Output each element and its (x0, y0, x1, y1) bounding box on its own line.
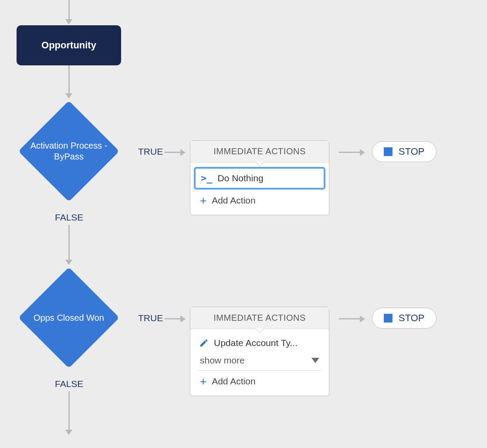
stop-icon (384, 147, 392, 156)
arrowhead-down-icon (65, 260, 72, 265)
arrowhead-right-icon (360, 149, 365, 156)
apex-icon: >_ (201, 173, 213, 183)
connector-arrow (68, 225, 70, 260)
object-node-label: Opportunity (41, 40, 96, 51)
actions-header: IMMEDIATE ACTIONS (190, 141, 329, 163)
actions-panel: IMMEDIATE ACTIONS Update Account Ty... s… (190, 307, 329, 396)
pencil-icon (199, 338, 209, 348)
decision-node-opps-closed-won[interactable]: Opps Closed Won (19, 268, 119, 368)
process-canvas: Opportunity Activation Process - ByPass … (0, 0, 487, 448)
add-action-button[interactable]: + Add Action (194, 370, 325, 393)
stop-pill[interactable]: STOP (372, 308, 436, 329)
arrowhead-down-icon (65, 19, 72, 24)
add-action-label: Add Action (212, 195, 255, 206)
decision-node-activation-bypass[interactable]: Activation Process - ByPass (19, 101, 119, 201)
action-item-label: Do Nothing (218, 173, 264, 183)
actions-header: IMMEDIATE ACTIONS (190, 307, 329, 329)
decision-label: Opps Closed Won (34, 312, 104, 323)
plus-icon: + (200, 195, 206, 206)
connector-arrow (339, 318, 360, 319)
add-action-label: Add Action (212, 376, 255, 387)
actions-body: Update Account Ty... show more + Add Act… (190, 329, 329, 396)
connector-arrow (339, 152, 360, 153)
add-action-button[interactable]: + Add Action (194, 190, 325, 212)
connector-arrow (68, 65, 70, 93)
actions-body: >_ Do Nothing + Add Action (190, 163, 329, 215)
connector-arrow (165, 318, 180, 319)
arrowhead-right-icon (360, 316, 365, 322)
arrowhead-right-icon (180, 149, 186, 156)
arrowhead-right-icon (180, 316, 186, 322)
show-more-label: show more (200, 355, 245, 366)
arrowhead-down-icon (65, 93, 72, 98)
edge-label-true: TRUE (138, 146, 163, 157)
show-more-toggle[interactable]: show more (194, 353, 325, 370)
connector-arrow (165, 152, 180, 153)
decision-label: Activation Process - ByPass (27, 140, 110, 162)
plus-icon: + (200, 376, 206, 387)
action-item-label: Update Account Ty... (214, 338, 298, 348)
stop-label: STOP (399, 312, 425, 324)
connector-arrow (68, 391, 70, 430)
connector-arrow (68, 0, 70, 19)
stop-icon (384, 314, 392, 322)
stop-pill[interactable]: STOP (372, 141, 436, 162)
action-item-do-nothing[interactable]: >_ Do Nothing (194, 167, 325, 190)
edge-label-true: TRUE (138, 313, 163, 323)
actions-panel: IMMEDIATE ACTIONS >_ Do Nothing + Add Ac… (190, 140, 329, 215)
arrowhead-down-icon (65, 430, 72, 435)
edge-label-false: FALSE (55, 212, 83, 223)
stop-label: STOP (399, 146, 425, 157)
chevron-down-icon (311, 358, 319, 363)
edge-label-false: FALSE (55, 379, 83, 389)
action-item-update-account[interactable]: Update Account Ty... (194, 333, 325, 353)
object-node-opportunity[interactable]: Opportunity (17, 25, 121, 65)
